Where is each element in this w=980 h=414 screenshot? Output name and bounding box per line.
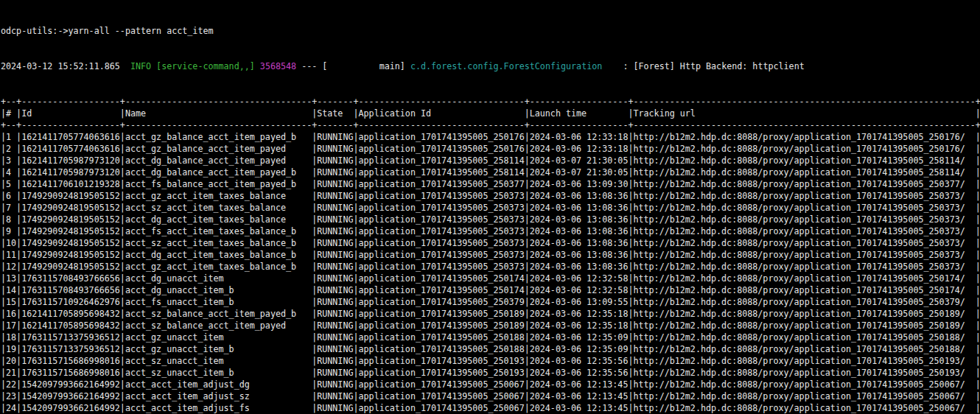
log-segment — [255, 61, 260, 71]
table-row: |10|1749290924819505152|acct_sz_acct_ite… — [1, 237, 980, 249]
table-row: |13|1763115708493766656|acct_dg_unacct_i… — [1, 273, 980, 284]
log-segment: c.d.forest.config.ForestConfiguration — [410, 61, 602, 71]
table-row: |15|1763115710926462976|acct_fs_unacct_i… — [1, 296, 980, 308]
table-row: |23|1542097993662164992|acct_acct_item_a… — [1, 390, 980, 402]
table-row: |12|1749290924819505152|acct_gz_acct_ite… — [1, 261, 980, 273]
table-row: |18|1763115713375936512|acct_gz_unacct_i… — [1, 331, 980, 343]
terminal-window[interactable]: odcp-utils:->yarn-all --pattern acct_ite… — [0, 0, 980, 414]
table-row: |24|1542097993662164992|acct_acct_item_a… — [1, 402, 980, 414]
table-row: |17|1621411705895698432|acct_sz_balance_… — [1, 320, 980, 331]
table-row: |20|1763115715686998016|acct_sz_unacct_i… — [1, 355, 980, 367]
table-separator: +--+-------------------+----------------… — [1, 119, 980, 131]
table-row: |16|1621411705895698432|acct_sz_balance_… — [1, 308, 980, 320]
table-header-row: |# |Id |Name |State |Application Id |Lau… — [1, 108, 980, 119]
table-row: |7 |1749290924819505152|acct_sz_acct_ite… — [1, 202, 980, 214]
table-row: |14|1763115708493766656|acct_dg_unacct_i… — [1, 284, 980, 296]
table-row: |21|1763115715686998016|acct_sz_unacct_i… — [1, 367, 980, 379]
command-line: odcp-utils:->yarn-all --pattern acct_ite… — [1, 25, 980, 37]
table-row: |1 |1621411705774063616|acct_gz_balance_… — [1, 131, 980, 143]
table-row: |19|1763115713375936512|acct_gz_unacct_i… — [1, 343, 980, 355]
table-row: |3 |1621411705987973120|acct_dg_balance_… — [1, 155, 980, 166]
log-segment: --- [ main] — [296, 61, 410, 71]
table-row: |8 |1749290924819505152|acct_dg_acct_ite… — [1, 214, 980, 225]
log-segment: 2024-03-12 15:52:11.865 — [1, 61, 125, 71]
log-segment: : [Forest] Http Backend: httpclient — [602, 61, 804, 71]
table-row: |9 |1749290924819505152|acct_fs_acct_ite… — [1, 225, 980, 237]
log-segment: 3568548 — [260, 61, 296, 71]
log-line: 2024-03-12 15:52:11.865 INFO [service-co… — [1, 60, 980, 72]
table-row: |6 |1749290924819505152|acct_gz_acct_ite… — [1, 190, 980, 202]
yarn-applications-table: +--+-------------------+----------------… — [1, 96, 980, 414]
table-row: |4 |1621411705987973120|acct_dg_balance_… — [1, 166, 980, 178]
table-row: |22|1542097993662164992|acct_acct_item_a… — [1, 379, 980, 390]
table-row: |2 |1621411705774063616|acct_gz_balance_… — [1, 143, 980, 155]
table-row: |11|1749290924819505152|acct_dg_acct_ite… — [1, 249, 980, 261]
log-segment: INFO [service-command,,] — [125, 61, 255, 71]
table-row: |5 |1621411706101219328|acct_fs_balance_… — [1, 178, 980, 190]
table-separator: +--+-------------------+----------------… — [1, 96, 980, 108]
